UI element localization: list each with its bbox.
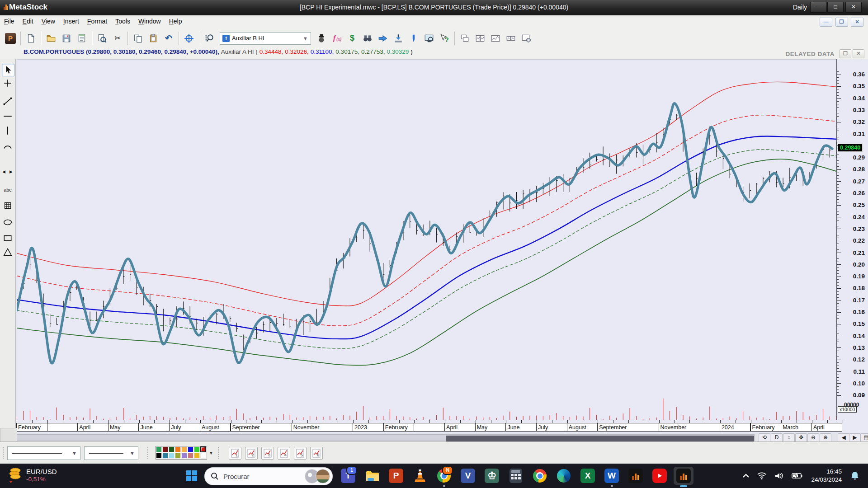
custom-indicator-button-5[interactable]: 5 xyxy=(294,447,307,460)
vertical-scale-button[interactable]: ↕ xyxy=(783,433,795,442)
color-swatch[interactable] xyxy=(200,453,206,459)
text-tool[interactable]: abc xyxy=(2,184,14,196)
color-swatch[interactable] xyxy=(188,446,193,452)
color-swatch[interactable] xyxy=(175,453,181,459)
date-label-box[interactable]: November xyxy=(659,423,720,432)
menu-file[interactable]: File xyxy=(0,15,19,27)
taskbar-icon-chrome[interactable] xyxy=(530,467,550,485)
scroll-left-button[interactable]: ◀ xyxy=(838,433,849,442)
market-widget[interactable]: EUR/USD -0,51% xyxy=(6,466,57,484)
taskbar-icon-youtube[interactable] xyxy=(650,467,670,485)
menu-format[interactable]: Format xyxy=(83,15,111,27)
date-axis[interactable]: FebruaryAprilMayJuneJulyAugustSeptemberN… xyxy=(17,420,836,432)
color-swatch[interactable] xyxy=(194,453,200,459)
trendline-tool[interactable] xyxy=(2,95,14,107)
scroll-right-tool[interactable]: ▶ xyxy=(8,166,14,178)
close-chart-button[interactable]: ✕ xyxy=(853,49,864,58)
color-palette[interactable] xyxy=(156,446,207,460)
close-button[interactable]: ✕ xyxy=(845,2,862,13)
date-label-box[interactable]: September xyxy=(231,423,292,432)
color-swatch[interactable] xyxy=(194,446,200,452)
date-label-box[interactable]: November xyxy=(292,423,353,432)
taskbar-icon-vlc[interactable] xyxy=(410,467,430,485)
refresh-button[interactable]: ⟲ xyxy=(759,433,770,442)
restore-chart-button[interactable]: ❐ xyxy=(840,49,851,58)
date-label-box[interactable]: August xyxy=(567,423,598,432)
date-label-box[interactable] xyxy=(414,423,445,432)
data-window-button[interactable]: ▤ xyxy=(860,433,868,442)
copy-icon[interactable] xyxy=(131,32,145,45)
menu-insert[interactable]: Insert xyxy=(59,15,83,27)
open-chart-icon[interactable] xyxy=(44,32,58,45)
taskbar-icon-calculator[interactable] xyxy=(506,467,526,485)
custom-indicator-button-4[interactable]: 4 xyxy=(278,447,290,460)
date-label-box[interactable]: July xyxy=(169,423,200,432)
indicator-combobox[interactable]: fAuxiliar B HI▼ xyxy=(220,32,311,45)
zoom-out-button[interactable]: ⊖ xyxy=(807,433,819,442)
color-swatch[interactable] xyxy=(169,453,175,459)
menu-tools[interactable]: Tools xyxy=(111,15,134,27)
date-label-box[interactable]: August xyxy=(200,423,231,432)
chart-plot-area[interactable] xyxy=(17,59,836,421)
taskbar-icon-metastock-active[interactable] xyxy=(674,467,693,485)
taskbar-icon-chess[interactable]: ♔ xyxy=(482,467,502,485)
zoom-in-button[interactable]: ⊕ xyxy=(820,433,831,442)
taskbar-icon-metastock[interactable] xyxy=(626,467,646,485)
expert-advisor-icon[interactable] xyxy=(315,32,328,45)
menu-view[interactable]: View xyxy=(38,15,59,27)
menu-help[interactable]: Help xyxy=(165,15,186,27)
date-label-box[interactable]: September xyxy=(597,423,659,432)
paste-icon[interactable] xyxy=(146,32,160,45)
pan-button[interactable]: ✥ xyxy=(795,433,807,442)
crosshair-tool[interactable] xyxy=(2,77,14,89)
menu-edit[interactable]: Edit xyxy=(19,15,38,27)
taskbar-icon-edge[interactable] xyxy=(554,467,574,485)
save-icon[interactable] xyxy=(60,32,73,45)
forecaster-icon[interactable] xyxy=(376,32,390,45)
chart-minimize-button[interactable]: — xyxy=(820,18,832,27)
toolbar-grip[interactable] xyxy=(3,447,5,459)
wifi-icon[interactable] xyxy=(757,472,766,479)
color-swatch[interactable] xyxy=(162,453,168,459)
find-icon[interactable] xyxy=(95,32,109,45)
custom-indicator-button-1[interactable]: 1 xyxy=(229,447,241,460)
taskbar-icon-visio[interactable]: V xyxy=(458,467,478,485)
downloader-icon[interactable] xyxy=(392,32,405,45)
color-swatch[interactable] xyxy=(188,453,193,459)
battery-icon[interactable] xyxy=(792,473,802,479)
taskbar-icon-file-explorer[interactable] xyxy=(362,467,382,485)
taskbar-icon-teams[interactable]: T1 xyxy=(338,467,358,485)
horizontal-line-tool[interactable] xyxy=(2,110,14,122)
tile-windows-icon[interactable] xyxy=(473,32,487,45)
date-label-box[interactable]: June xyxy=(505,423,537,432)
palette-dropdown-arrow[interactable]: ▼ xyxy=(209,450,213,455)
custom-indicator-button-3[interactable]: 3 xyxy=(261,447,274,460)
color-swatch[interactable] xyxy=(175,446,181,452)
taskbar-icon-powerpoint[interactable]: P xyxy=(386,467,406,485)
pointer-tool[interactable] xyxy=(2,64,14,76)
custom-indicator-button-2[interactable]: 2 xyxy=(245,447,258,460)
search-box[interactable]: Procurar xyxy=(204,467,333,485)
system-tester-icon[interactable]: $ xyxy=(345,32,359,45)
line-style-dropdown[interactable]: ▼ xyxy=(7,446,80,460)
indicator-builder-icon[interactable]: ƒ(x) xyxy=(330,32,344,45)
scrollbar-thumb[interactable] xyxy=(446,436,754,441)
color-swatch[interactable] xyxy=(181,446,187,452)
color-swatch[interactable] xyxy=(200,446,206,452)
start-button[interactable] xyxy=(182,468,202,484)
date-label-box[interactable]: March xyxy=(781,423,812,432)
date-label-box[interactable]: July xyxy=(536,423,567,432)
date-label-box[interactable]: 2024 xyxy=(720,423,751,432)
window-gear-icon[interactable] xyxy=(519,32,533,45)
chart-close-button[interactable]: ✕ xyxy=(851,18,863,27)
color-swatch[interactable] xyxy=(162,446,168,452)
grid-tool[interactable] xyxy=(2,200,14,211)
taskbar-icon-chrome-profile[interactable]: N xyxy=(434,467,454,485)
date-label-box[interactable] xyxy=(47,423,78,432)
tray-chevron-icon[interactable] xyxy=(743,474,749,478)
line-weight-dropdown[interactable]: ▼ xyxy=(84,446,138,460)
date-label-box[interactable]: May xyxy=(108,423,139,432)
custom-indicator-button-6[interactable]: 6 xyxy=(310,447,323,460)
rectangle-tool[interactable] xyxy=(2,232,14,244)
tile-two-panes-icon[interactable] xyxy=(504,32,518,45)
